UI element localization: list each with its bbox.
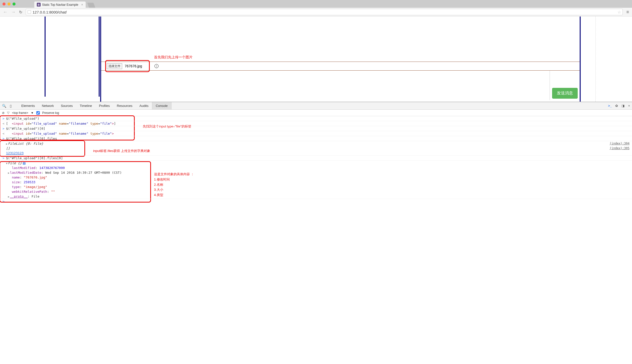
bookmark-star-icon[interactable]: ☆	[617, 10, 621, 15]
clear-console-icon[interactable]: ⊘	[2, 111, 5, 115]
forward-button[interactable]: →	[11, 10, 16, 15]
console-line-input-1[interactable]: > $("#file_upload")	[0, 116, 632, 121]
tab-title: Static Top Navbar Example	[42, 3, 78, 7]
send-panel: 发送消息	[550, 71, 580, 100]
filter-icon[interactable]: ▽	[7, 111, 10, 115]
address-bar[interactable]: 127.0.0.1:8000/chat/ ☆	[26, 9, 623, 15]
file-prop-proto: ▶__proto__: File	[0, 194, 632, 199]
page-viewport: 选择文件 767676.jpg ↑ 发送消息 首先我们先上传一个图片	[0, 17, 632, 102]
expand-triangle-icon[interactable]: ▶	[8, 171, 10, 174]
expand-triangle-down-icon[interactable]: ▼	[6, 162, 8, 165]
console-line-output-4: [] (index):305	[0, 146, 632, 151]
message-area: 发送消息	[101, 71, 580, 102]
tab-console[interactable]: Console	[152, 102, 172, 109]
devtools-tabs: Elements Network Sources Timeline Profil…	[18, 102, 172, 109]
tab-profiles[interactable]: Profiles	[95, 102, 113, 109]
upload-row: 选择文件 767676.jpg ↑	[101, 62, 580, 71]
file-prop-webkit: webkitRelativePath: ""	[0, 189, 632, 194]
frame-selector[interactable]: <top frame>	[12, 111, 28, 115]
reload-button[interactable]: ↻	[19, 10, 22, 15]
tab-audits[interactable]: Audits	[136, 102, 152, 109]
sidebar-column	[45, 17, 100, 97]
bootstrap-favicon: B	[37, 3, 41, 7]
tab-elements[interactable]: Elements	[18, 102, 38, 109]
close-tab-icon[interactable]: ×	[81, 3, 83, 7]
maximize-window-button[interactable]	[13, 3, 16, 6]
new-tab-button[interactable]	[87, 3, 95, 8]
tab-network[interactable]: Network	[38, 102, 57, 109]
expand-triangle-icon[interactable]: ▶	[6, 142, 8, 145]
hamburger-menu-icon[interactable]: ≡	[626, 10, 629, 15]
source-link-304[interactable]: (index):304	[610, 142, 629, 145]
console-line-input-4[interactable]: > $("#file_upload")[0].files[0]	[0, 156, 632, 161]
file-prop-size: size: 259533	[0, 180, 632, 185]
browser-nav-bar: ← → ↻ 127.0.0.1:8000/chat/ ☆ ≡	[0, 8, 632, 17]
send-message-button[interactable]: 发送消息	[552, 88, 578, 99]
expand-triangle-icon[interactable]: ▶	[8, 195, 10, 198]
console-line-input-3[interactable]: > $("#file_upload")[0].files	[0, 136, 632, 141]
tab-resources[interactable]: Resources	[113, 102, 136, 109]
close-window-button[interactable]	[3, 3, 6, 6]
file-prop-lastmodified: lastModified: 1473820767000	[0, 165, 632, 170]
device-mode-icon[interactable]: ▯	[10, 104, 12, 108]
devtools-toolbar: 🔍 ▯ Elements Network Sources Timeline Pr…	[0, 102, 632, 110]
info-badge-icon[interactable]: i	[23, 162, 26, 165]
console-line-file-header: ▼ File {} i	[0, 161, 632, 165]
tab-sources[interactable]: Sources	[57, 102, 76, 109]
selected-file-name: 767676.jpg	[125, 64, 142, 68]
right-margin-guide	[595, 17, 596, 102]
file-prop-type: type: "image/jpeg"	[0, 185, 632, 189]
console-output: 先找到这个input type="file"的标签 input标签.files获…	[0, 116, 632, 205]
inspect-icon[interactable]: 🔍	[2, 104, 6, 108]
file-prop-name: name: "767676.jpg"	[0, 175, 632, 180]
settings-gear-icon[interactable]: ✿	[615, 104, 618, 108]
upload-icon[interactable]: ↑	[154, 64, 159, 68]
minimize-window-button[interactable]	[8, 3, 11, 6]
frame-dropdown-icon[interactable]: ▼	[31, 111, 34, 115]
window-titlebar: B Static Top Navbar Example ×	[0, 0, 632, 8]
devtools-panel: 🔍 ▯ Elements Network Sources Timeline Pr…	[0, 102, 632, 205]
source-link-305[interactable]: (index):305	[610, 146, 629, 150]
show-drawer-icon[interactable]: >_	[608, 104, 612, 108]
page-icon	[28, 10, 31, 14]
back-button[interactable]: ←	[3, 10, 8, 15]
console-line-output-2: < <input id="file_upload" name="filename…	[0, 131, 632, 136]
devtools-right-icons: >_ ✿ ◨ ×	[608, 104, 630, 108]
browser-tab[interactable]: B Static Top Navbar Example ×	[34, 2, 86, 8]
close-devtools-icon[interactable]: ×	[628, 104, 630, 108]
tab-bar: B Static Top Navbar Example ×	[34, 0, 94, 8]
console-line-output-1: < [ <input id="file_upload" name="filena…	[0, 121, 632, 126]
console-subbar: ⊘ ▽ <top frame> ▼ Preserve log	[0, 110, 632, 116]
tab-timeline[interactable]: Timeline	[76, 102, 96, 109]
preserve-log-checkbox[interactable]	[36, 111, 40, 115]
choose-file-button[interactable]: 选择文件	[107, 63, 122, 69]
console-line-output-5: 123123123	[0, 151, 632, 156]
console-prompt[interactable]: >	[0, 199, 632, 204]
traffic-lights	[3, 3, 16, 6]
url-text: 127.0.0.1:8000/chat/	[33, 10, 67, 14]
annotation-upload-text: 首先我们先上传一个图片	[154, 55, 193, 60]
preserve-log-label: Preserve log	[42, 111, 59, 115]
file-prop-lastmodifieddate: ▶lastModifiedDate: Wed Sep 14 2016 10:39…	[0, 170, 632, 175]
console-line-input-2[interactable]: > $("#file_upload")[0]	[0, 126, 632, 131]
console-line-output-3: ▶ FileList {0: File} (index):304	[0, 141, 632, 146]
dock-side-icon[interactable]: ◨	[621, 104, 624, 108]
